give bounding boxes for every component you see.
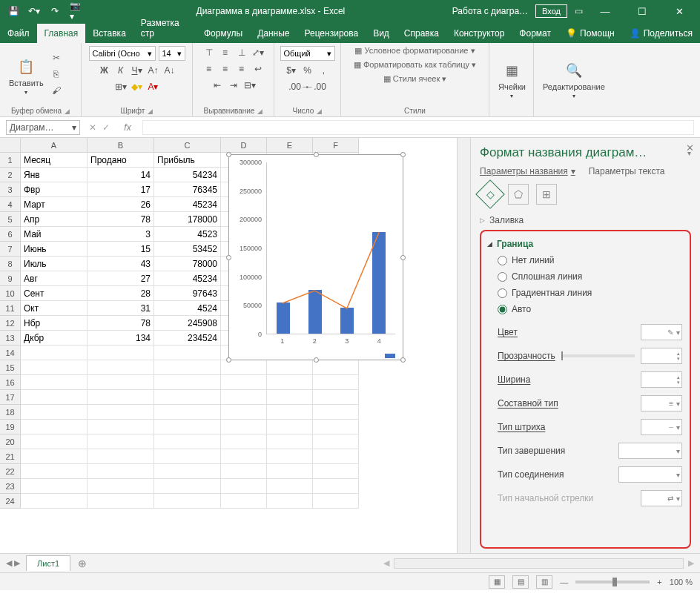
dash-select[interactable]: ┄: [641, 419, 682, 435]
cell[interactable]: [221, 494, 267, 509]
cell[interactable]: Месяц: [21, 153, 88, 168]
tab-file[interactable]: Файл: [0, 24, 37, 43]
cancel-formula-icon[interactable]: ✕: [89, 122, 96, 133]
cell[interactable]: [221, 405, 267, 420]
cell[interactable]: [267, 449, 313, 464]
cell[interactable]: [88, 434, 154, 449]
cell[interactable]: 53452: [154, 242, 221, 257]
conditional-format-button[interactable]: ▦ Условное форматирование ▾: [354, 46, 475, 56]
col-header[interactable]: F: [313, 138, 359, 153]
row-header[interactable]: 20: [0, 434, 21, 449]
row-header[interactable]: 7: [0, 242, 21, 257]
cell[interactable]: Сент: [21, 286, 88, 301]
cell[interactable]: [221, 434, 267, 449]
cell[interactable]: [154, 346, 221, 360]
editing-button[interactable]: 🔍Редактирование▾: [540, 57, 608, 102]
row-header[interactable]: 16: [0, 375, 21, 390]
pane-close-icon[interactable]: ✕: [686, 142, 694, 153]
cell[interactable]: [313, 449, 359, 464]
row-header[interactable]: 12: [0, 316, 21, 331]
camera-icon[interactable]: 📷▾: [70, 5, 82, 17]
comma-icon[interactable]: ,: [317, 64, 331, 77]
horizontal-scrollbar[interactable]: [394, 558, 684, 569]
tab-formulas[interactable]: Формулы: [197, 24, 250, 43]
cell[interactable]: [88, 375, 154, 390]
align-center-icon[interactable]: ≡: [219, 62, 232, 76]
currency-icon[interactable]: $▾: [285, 64, 298, 77]
cell[interactable]: [21, 360, 88, 375]
cell[interactable]: [88, 464, 154, 479]
font-name-select[interactable]: Calibri (Осно▾: [89, 46, 156, 61]
cell[interactable]: [313, 390, 359, 405]
cell[interactable]: [21, 449, 88, 464]
fill-color-button[interactable]: ◆▾: [131, 80, 144, 93]
row-header[interactable]: 17: [0, 390, 21, 405]
tab-review[interactable]: Рецензирова: [297, 24, 366, 43]
cell[interactable]: 134: [88, 331, 154, 346]
cell[interactable]: Нбр: [21, 316, 88, 331]
cell[interactable]: [313, 360, 359, 375]
cell[interactable]: Март: [21, 197, 88, 212]
increase-decimal-icon[interactable]: .00→: [293, 80, 306, 93]
zoom-slider[interactable]: [575, 581, 650, 583]
cell[interactable]: [88, 405, 154, 420]
zoom-level[interactable]: 100 %: [670, 578, 693, 586]
transparency-input[interactable]: [641, 348, 682, 364]
cell[interactable]: [88, 346, 154, 360]
color-picker[interactable]: ✎: [641, 324, 682, 340]
row-header[interactable]: 15: [0, 360, 21, 375]
cell[interactable]: 4523: [154, 227, 221, 242]
orientation-icon[interactable]: ⤢▾: [251, 46, 265, 59]
effects-icon[interactable]: ⬠: [508, 184, 529, 205]
cell[interactable]: [154, 494, 221, 509]
row-header[interactable]: 1: [0, 153, 21, 168]
cell[interactable]: [21, 420, 88, 434]
vertical-scrollbar[interactable]: [457, 138, 470, 553]
cell[interactable]: [154, 449, 221, 464]
align-bottom-icon[interactable]: ⊥: [235, 46, 248, 59]
cell[interactable]: [313, 405, 359, 420]
cell[interactable]: Окт: [21, 301, 88, 316]
italic-button[interactable]: К: [114, 64, 128, 77]
row-header[interactable]: 13: [0, 331, 21, 346]
ribbon-options-icon[interactable]: ▭: [575, 6, 583, 16]
cell-styles-button[interactable]: ▦ Стили ячеек ▾: [383, 74, 447, 84]
cell[interactable]: [21, 479, 88, 494]
cell[interactable]: 27: [88, 271, 154, 286]
cell[interactable]: [154, 375, 221, 390]
cell[interactable]: [221, 479, 267, 494]
zoom-out-button[interactable]: —: [560, 578, 568, 586]
radio-solid-line[interactable]: Сплошная линия: [498, 271, 682, 282]
cell[interactable]: 178000: [154, 212, 221, 227]
cell[interactable]: 245908: [154, 316, 221, 331]
col-header[interactable]: C: [154, 138, 221, 153]
cell[interactable]: [267, 479, 313, 494]
row-header[interactable]: 19: [0, 420, 21, 434]
cell[interactable]: [313, 479, 359, 494]
cell[interactable]: 234524: [154, 331, 221, 346]
cell[interactable]: 31: [88, 301, 154, 316]
row-header[interactable]: 22: [0, 464, 21, 479]
cell[interactable]: [154, 479, 221, 494]
row-header[interactable]: 2: [0, 168, 21, 182]
shrink-font-icon[interactable]: A↓: [163, 64, 176, 77]
tab-help[interactable]: Справка: [397, 24, 446, 43]
align-right-icon[interactable]: ≡: [235, 62, 248, 76]
align-middle-icon[interactable]: ≡: [219, 46, 232, 59]
tab-data[interactable]: Данные: [250, 24, 297, 43]
fx-icon[interactable]: fx: [119, 122, 136, 133]
cut-icon[interactable]: ✂: [50, 53, 63, 66]
normal-view-icon[interactable]: ▦: [489, 575, 505, 589]
cell[interactable]: [221, 390, 267, 405]
copy-icon[interactable]: ⎘: [50, 69, 63, 82]
worksheet[interactable]: 123456789101112131415161718192021222324 …: [0, 138, 457, 553]
transparency-slider[interactable]: [561, 354, 635, 357]
cell[interactable]: [221, 420, 267, 434]
cell[interactable]: [313, 420, 359, 434]
align-left-icon[interactable]: ≡: [202, 62, 216, 76]
cell[interactable]: Июль: [21, 257, 88, 271]
cell[interactable]: [221, 449, 267, 464]
indent-icon[interactable]: ⇥: [227, 79, 240, 92]
cell[interactable]: [221, 360, 267, 375]
join-select[interactable]: [618, 466, 682, 483]
